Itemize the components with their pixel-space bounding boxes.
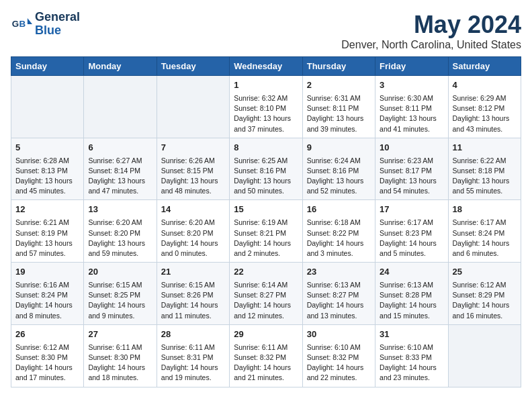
calendar-cell: 9Sunrise: 6:24 AM Sunset: 8:16 PM Daylig… <box>302 138 375 200</box>
cell-info: Sunrise: 6:17 AM Sunset: 8:23 PM Dayligh… <box>380 218 443 259</box>
cell-info: Sunrise: 6:10 AM Sunset: 8:33 PM Dayligh… <box>380 342 443 383</box>
cell-info: Sunrise: 6:23 AM Sunset: 8:17 PM Dayligh… <box>380 156 443 197</box>
day-number: 1 <box>234 79 298 92</box>
cell-info: Sunrise: 6:25 AM Sunset: 8:16 PM Dayligh… <box>234 156 298 197</box>
logo-blue: Blue <box>35 24 61 37</box>
calendar-cell: 15Sunrise: 6:19 AM Sunset: 8:21 PM Dayli… <box>230 200 302 263</box>
weekday-header-friday: Friday <box>375 57 448 76</box>
calendar-cell: 17Sunrise: 6:17 AM Sunset: 8:23 PM Dayli… <box>375 200 448 263</box>
day-number: 28 <box>161 328 225 341</box>
cell-info: Sunrise: 6:12 AM Sunset: 8:29 PM Dayligh… <box>453 280 517 321</box>
cell-info: Sunrise: 6:26 AM Sunset: 8:15 PM Dayligh… <box>161 156 225 197</box>
day-number: 8 <box>234 142 298 154</box>
weekday-header-monday: Monday <box>84 57 157 76</box>
day-number: 16 <box>307 203 371 216</box>
day-number: 9 <box>307 142 371 154</box>
calendar-cell: 7Sunrise: 6:26 AM Sunset: 8:15 PM Daylig… <box>157 138 229 200</box>
calendar-cell <box>448 324 521 387</box>
calendar-header: SundayMondayTuesdayWednesdayThursdayFrid… <box>11 57 521 76</box>
month-year-title: May 2024 <box>341 11 521 39</box>
day-number: 17 <box>380 203 443 216</box>
day-number: 31 <box>380 328 443 341</box>
day-number: 19 <box>15 266 79 279</box>
calendar-week-row: 26Sunrise: 6:12 AM Sunset: 8:30 PM Dayli… <box>11 324 521 387</box>
cell-info: Sunrise: 6:10 AM Sunset: 8:32 PM Dayligh… <box>307 342 371 383</box>
day-number: 23 <box>307 266 371 279</box>
calendar-cell <box>11 76 84 138</box>
day-number: 6 <box>88 142 152 154</box>
calendar-week-row: 1Sunrise: 6:32 AM Sunset: 8:10 PM Daylig… <box>11 76 521 138</box>
calendar-cell: 28Sunrise: 6:11 AM Sunset: 8:31 PM Dayli… <box>157 324 229 387</box>
cell-info: Sunrise: 6:14 AM Sunset: 8:27 PM Dayligh… <box>234 280 298 321</box>
cell-info: Sunrise: 6:27 AM Sunset: 8:14 PM Dayligh… <box>88 156 152 197</box>
weekday-header-saturday: Saturday <box>448 57 521 76</box>
calendar-cell: 3Sunrise: 6:30 AM Sunset: 8:11 PM Daylig… <box>375 76 448 138</box>
calendar-cell <box>157 76 229 138</box>
cell-info: Sunrise: 6:31 AM Sunset: 8:11 PM Dayligh… <box>307 93 371 134</box>
day-number: 25 <box>453 266 517 279</box>
calendar-cell: 23Sunrise: 6:13 AM Sunset: 8:27 PM Dayli… <box>302 263 375 325</box>
weekday-header-wednesday: Wednesday <box>230 57 302 76</box>
cell-info: Sunrise: 6:28 AM Sunset: 8:13 PM Dayligh… <box>15 156 79 197</box>
calendar-cell: 20Sunrise: 6:15 AM Sunset: 8:25 PM Dayli… <box>84 263 157 325</box>
cell-info: Sunrise: 6:11 AM Sunset: 8:32 PM Dayligh… <box>234 342 298 383</box>
day-number: 14 <box>161 203 225 216</box>
calendar-week-row: 12Sunrise: 6:21 AM Sunset: 8:19 PM Dayli… <box>11 200 521 263</box>
calendar-cell: 14Sunrise: 6:20 AM Sunset: 8:20 PM Dayli… <box>157 200 229 263</box>
calendar-cell: 25Sunrise: 6:12 AM Sunset: 8:29 PM Dayli… <box>448 263 521 325</box>
day-number: 24 <box>380 266 443 279</box>
day-number: 18 <box>453 203 517 216</box>
day-number: 21 <box>161 266 225 279</box>
cell-info: Sunrise: 6:20 AM Sunset: 8:20 PM Dayligh… <box>161 218 225 259</box>
day-number: 7 <box>161 142 225 154</box>
calendar-cell: 19Sunrise: 6:16 AM Sunset: 8:24 PM Dayli… <box>11 263 84 325</box>
day-number: 20 <box>88 266 152 279</box>
weekday-header-tuesday: Tuesday <box>157 57 229 76</box>
cell-info: Sunrise: 6:13 AM Sunset: 8:27 PM Dayligh… <box>307 280 371 321</box>
calendar-cell: 5Sunrise: 6:28 AM Sunset: 8:13 PM Daylig… <box>11 138 84 200</box>
day-number: 5 <box>15 142 79 154</box>
calendar-cell: 6Sunrise: 6:27 AM Sunset: 8:14 PM Daylig… <box>84 138 157 200</box>
cell-info: Sunrise: 6:11 AM Sunset: 8:31 PM Dayligh… <box>161 342 225 383</box>
title-block: May 2024 Denver, North Carolina, United … <box>341 11 521 51</box>
cell-info: Sunrise: 6:32 AM Sunset: 8:10 PM Dayligh… <box>234 93 298 134</box>
cell-info: Sunrise: 6:17 AM Sunset: 8:24 PM Dayligh… <box>453 218 517 259</box>
calendar-cell: 11Sunrise: 6:22 AM Sunset: 8:18 PM Dayli… <box>448 138 521 200</box>
calendar-body: 1Sunrise: 6:32 AM Sunset: 8:10 PM Daylig… <box>11 76 521 387</box>
cell-info: Sunrise: 6:22 AM Sunset: 8:18 PM Dayligh… <box>453 156 517 197</box>
day-number: 22 <box>234 266 298 279</box>
day-number: 27 <box>88 328 152 341</box>
day-number: 26 <box>15 328 79 341</box>
svg-text:B: B <box>19 18 26 28</box>
calendar-cell <box>84 76 157 138</box>
svg-text:G: G <box>12 18 19 28</box>
weekday-header-row: SundayMondayTuesdayWednesdayThursdayFrid… <box>11 57 521 76</box>
location-text: Denver, North Carolina, United States <box>341 39 521 51</box>
calendar-cell: 18Sunrise: 6:17 AM Sunset: 8:24 PM Dayli… <box>448 200 521 263</box>
calendar-cell: 26Sunrise: 6:12 AM Sunset: 8:30 PM Dayli… <box>11 324 84 387</box>
day-number: 11 <box>453 142 517 154</box>
cell-info: Sunrise: 6:12 AM Sunset: 8:30 PM Dayligh… <box>15 342 79 383</box>
weekday-header-sunday: Sunday <box>11 57 84 76</box>
cell-info: Sunrise: 6:11 AM Sunset: 8:30 PM Dayligh… <box>88 342 152 383</box>
day-number: 10 <box>380 142 443 154</box>
day-number: 30 <box>307 328 371 341</box>
calendar-cell: 27Sunrise: 6:11 AM Sunset: 8:30 PM Dayli… <box>84 324 157 387</box>
day-number: 15 <box>234 203 298 216</box>
day-number: 2 <box>307 79 371 92</box>
logo-text: General Blue <box>35 11 80 38</box>
cell-info: Sunrise: 6:15 AM Sunset: 8:25 PM Dayligh… <box>88 280 152 321</box>
cell-info: Sunrise: 6:21 AM Sunset: 8:19 PM Dayligh… <box>15 218 79 259</box>
page-header: G B General Blue May 2024 Denver, North … <box>11 11 521 51</box>
calendar-cell: 13Sunrise: 6:20 AM Sunset: 8:20 PM Dayli… <box>84 200 157 263</box>
weekday-header-thursday: Thursday <box>302 57 375 76</box>
calendar-cell: 12Sunrise: 6:21 AM Sunset: 8:19 PM Dayli… <box>11 200 84 263</box>
cell-info: Sunrise: 6:24 AM Sunset: 8:16 PM Dayligh… <box>307 156 371 197</box>
day-number: 3 <box>380 79 443 92</box>
calendar-cell: 24Sunrise: 6:13 AM Sunset: 8:28 PM Dayli… <box>375 263 448 325</box>
calendar-week-row: 19Sunrise: 6:16 AM Sunset: 8:24 PM Dayli… <box>11 263 521 325</box>
calendar-cell: 29Sunrise: 6:11 AM Sunset: 8:32 PM Dayli… <box>230 324 302 387</box>
calendar-cell: 30Sunrise: 6:10 AM Sunset: 8:32 PM Dayli… <box>302 324 375 387</box>
calendar-cell: 22Sunrise: 6:14 AM Sunset: 8:27 PM Dayli… <box>230 263 302 325</box>
cell-info: Sunrise: 6:15 AM Sunset: 8:26 PM Dayligh… <box>161 280 225 321</box>
